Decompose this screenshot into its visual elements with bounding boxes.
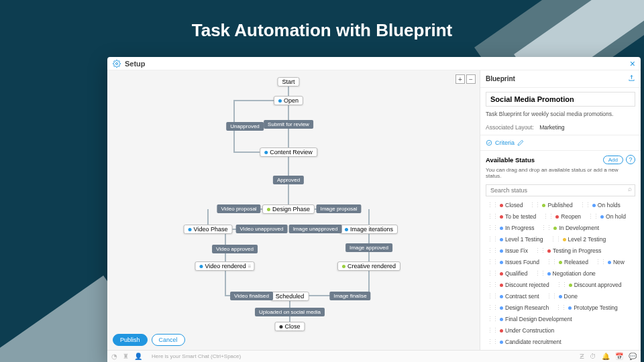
node-design-phase[interactable]: Design Phase <box>262 204 315 214</box>
status-chip[interactable]: ⋮⋮Level 1 Testing <box>484 235 547 244</box>
status-chip[interactable]: ⋮⋮Issue Fix <box>484 246 532 255</box>
footer-clock-icon[interactable]: ◔ <box>111 353 117 360</box>
status-chip[interactable]: ⋮⋮Final Design Development <box>484 314 576 324</box>
grip-icon: ⋮⋮ <box>555 304 566 311</box>
status-chip[interactable]: ⋮⋮Level 2 Testing <box>547 235 610 244</box>
zoom-out-button[interactable]: − <box>466 74 476 84</box>
panel-title: Blueprint <box>486 75 515 82</box>
status-chip[interactable]: ⋮⋮Reopen <box>540 212 585 221</box>
status-chip[interactable]: ⋮⋮In Development <box>538 223 603 233</box>
transition-image-proposal[interactable]: Image proposal <box>316 204 361 213</box>
status-chip[interactable]: ⋮⋮Discount approved <box>553 280 626 290</box>
status-dot-icon <box>553 227 557 230</box>
status-chip[interactable]: ⋮⋮In Progress <box>484 223 538 233</box>
status-dot-icon <box>600 215 604 219</box>
node-label: Design Phase <box>272 206 310 213</box>
blueprint-panel: Blueprint Task Blueprint for weekly soci… <box>480 70 641 350</box>
status-dot-icon <box>342 265 345 268</box>
node-close[interactable]: Close <box>274 322 305 331</box>
status-dot-icon <box>500 204 503 207</box>
grip-icon: ⋮⋮ <box>541 225 551 231</box>
export-icon[interactable] <box>628 74 635 83</box>
footer-zia-icon[interactable]: Ƶ <box>580 353 584 360</box>
node-open[interactable]: Open <box>274 96 303 105</box>
footer-user-icon[interactable]: 👤 <box>134 353 142 360</box>
status-chip[interactable]: ⋮⋮Discount rejected <box>484 280 553 290</box>
assoc-value: Marketing <box>539 124 564 131</box>
status-list: ⋮⋮Closed⋮⋮Published⋮⋮On holds⋮⋮To be tes… <box>480 199 641 350</box>
node-label: Close <box>284 323 300 330</box>
footer-bell-icon[interactable]: 🔔 <box>602 353 610 360</box>
grip-icon: ⋮⋮ <box>546 259 557 265</box>
transition-video-unapproved[interactable]: Video unapproved <box>236 225 288 233</box>
status-chip[interactable]: ⋮⋮Testing in Progress <box>532 246 605 255</box>
transition-image-finalise[interactable]: Image finalise <box>329 292 370 300</box>
search-status-input[interactable] <box>486 184 635 196</box>
grip-icon: ⋮⋮ <box>487 316 498 322</box>
node-video-rendered[interactable]: Video rendered≡ <box>195 261 254 271</box>
status-chip[interactable]: ⋮⋮To be tested <box>484 212 540 221</box>
footer-chat-icon[interactable]: 💬 <box>629 353 637 360</box>
transition-submit[interactable]: Submit for review <box>264 120 313 129</box>
status-chip-label: Discount rejected <box>505 282 549 288</box>
status-chip[interactable]: ⋮⋮Candidate recruitment <box>484 337 566 347</box>
node-video-phase[interactable]: Video Phase <box>184 225 233 234</box>
publish-button[interactable]: Publish <box>113 334 148 346</box>
transition-approved[interactable]: Approved <box>273 176 304 184</box>
blueprint-name-input[interactable] <box>486 92 635 107</box>
cancel-button[interactable]: Cancel <box>152 334 185 346</box>
status-chip[interactable]: ⋮⋮Published <box>527 200 576 210</box>
transition-image-unapproved[interactable]: Image unapproved <box>289 225 342 233</box>
add-status-button[interactable]: Add <box>603 156 623 164</box>
status-dot-icon <box>500 306 503 310</box>
status-chip[interactable]: ⋮⋮Released <box>543 257 592 267</box>
zoom-in-button[interactable]: + <box>455 74 465 84</box>
status-chip-label: Design Research <box>505 304 549 311</box>
status-chip[interactable]: ⋮⋮Design Research <box>484 303 553 312</box>
status-chip[interactable]: ⋮⋮Contract sent <box>484 292 543 301</box>
status-chip[interactable]: ⋮⋮New <box>592 257 629 267</box>
grip-icon: ⋮⋮ <box>487 236 498 243</box>
node-scheduled[interactable]: Scheduled <box>271 292 309 301</box>
grip-icon: ⋮⋮ <box>595 259 606 265</box>
drag-handle-icon[interactable]: ≡ <box>248 263 252 269</box>
search-icon: ⌕ <box>628 185 632 192</box>
blueprint-canvas[interactable]: + − <box>107 70 480 350</box>
node-content-review[interactable]: Content Review <box>260 147 317 157</box>
transition-video-finalised[interactable]: Video finalised <box>230 292 273 300</box>
help-icon[interactable]: ? <box>626 155 635 164</box>
status-chip[interactable]: ⋮⋮Qualified <box>484 269 532 278</box>
node-start[interactable]: Start <box>277 77 299 86</box>
node-label: Video rendered <box>205 263 246 269</box>
transition-unapproved[interactable]: Unapproved <box>226 122 264 131</box>
footer-shield-icon[interactable]: ♜ <box>123 353 129 360</box>
status-chip[interactable]: ⋮⋮Done <box>543 292 582 301</box>
node-creative-rendered[interactable]: Creative rendered <box>337 261 400 271</box>
status-chip[interactable]: ⋮⋮Issues Found <box>484 257 543 267</box>
transition-image-approved[interactable]: Image approved <box>345 243 392 252</box>
status-chip[interactable]: ⋮⋮On hold <box>585 212 630 221</box>
criteria-link[interactable]: Criteria <box>480 135 641 151</box>
status-dot-icon <box>547 272 551 276</box>
grip-icon: ⋮⋮ <box>487 304 498 311</box>
status-dot-icon <box>569 284 572 287</box>
status-chip[interactable]: ⋮⋮Under Construction <box>484 326 558 335</box>
status-dot-icon <box>563 238 566 241</box>
status-dot-icon <box>500 261 503 264</box>
close-icon[interactable]: × <box>630 58 635 69</box>
status-chip-label: Done <box>564 293 578 300</box>
status-chip[interactable]: ⋮⋮Closed <box>484 200 527 210</box>
transition-video-approved[interactable]: Video approved <box>212 245 258 253</box>
node-image-iterations[interactable]: Image iterations <box>340 225 398 234</box>
status-dot-icon <box>500 249 503 253</box>
status-chip[interactable]: ⋮⋮Negotiation done <box>532 269 600 278</box>
status-chip[interactable]: ⋮⋮On holds <box>577 200 625 210</box>
transition-video-proposal[interactable]: Video proposal <box>217 204 260 213</box>
edit-icon[interactable] <box>517 139 524 146</box>
transition-uploaded[interactable]: Uploaded on social media <box>255 308 325 316</box>
status-chip[interactable]: ⋮⋮Prototype Testing <box>553 303 622 312</box>
grip-icon: ⋮⋮ <box>487 270 498 277</box>
footer-calendar-icon[interactable]: 📅 <box>615 353 623 360</box>
status-dot-icon <box>500 318 503 321</box>
footer-timer-icon[interactable]: ⏱ <box>590 353 596 360</box>
